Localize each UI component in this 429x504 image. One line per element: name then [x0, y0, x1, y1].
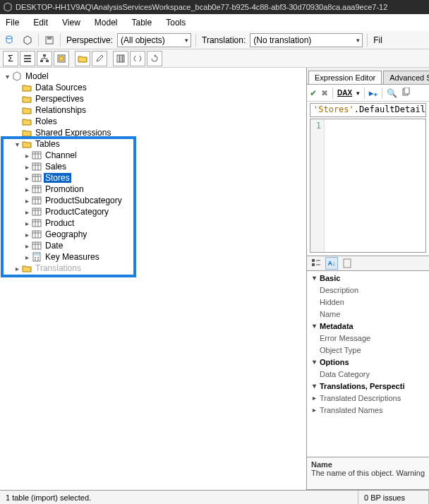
- collapse-icon[interactable]: ▾: [310, 322, 318, 330]
- expand-icon[interactable]: ▸: [310, 406, 318, 414]
- alphabetical-icon[interactable]: A↓: [325, 257, 338, 270]
- tree-translations-folder[interactable]: ▸ Translations: [1, 263, 305, 274]
- expand-icon[interactable]: [13, 95, 21, 103]
- svg-rect-10: [59, 56, 64, 61]
- tree-table-sales[interactable]: ▸Sales: [1, 161, 305, 172]
- expand-icon[interactable]: ▸: [23, 253, 31, 261]
- expression-header[interactable]: 'Stores'.DefaultDetail: [310, 103, 426, 117]
- tree-table-promotion[interactable]: ▸Promotion: [1, 184, 305, 195]
- expand-icon[interactable]: [13, 118, 21, 126]
- tree-table-key-measures[interactable]: ▸Key Measures: [1, 251, 305, 263]
- tree-model-root[interactable]: ▾ Model: [1, 71, 305, 82]
- expand-icon[interactable]: ▸: [310, 394, 318, 402]
- code-body[interactable]: [325, 119, 425, 252]
- list-icon[interactable]: [20, 51, 35, 66]
- tree-folder-roles[interactable]: Roles: [1, 116, 305, 127]
- expand-icon[interactable]: ▸: [13, 265, 21, 272]
- copy-icon[interactable]: [401, 88, 411, 99]
- tree-folder-sharedExpr[interactable]: Shared Expressions: [1, 127, 305, 138]
- refresh-icon[interactable]: [147, 51, 162, 66]
- prop-category-metadata[interactable]: ▾Metadata: [307, 320, 429, 332]
- deploy-icon[interactable]: [21, 34, 34, 47]
- prop-item-description[interactable]: Description: [307, 284, 429, 296]
- columns-icon[interactable]: [113, 51, 128, 66]
- tab-expression-editor[interactable]: Expression Editor: [308, 71, 382, 84]
- tree-folder-dataSources[interactable]: Data Sources: [1, 82, 305, 93]
- menu-tools[interactable]: Tools: [166, 18, 186, 28]
- expand-icon[interactable]: ▸: [23, 163, 31, 171]
- collapse-icon[interactable]: ▾: [310, 358, 318, 366]
- menu-file[interactable]: File: [6, 18, 19, 28]
- tree-table-stores[interactable]: ▸Stores: [1, 172, 305, 184]
- svg-rect-24: [34, 253, 40, 256]
- edit-icon[interactable]: [92, 51, 107, 66]
- prop-label: Description: [318, 286, 358, 294]
- partition-icon[interactable]: [54, 51, 69, 66]
- code-editor[interactable]: 1: [310, 119, 426, 253]
- save-icon[interactable]: [43, 34, 56, 47]
- prop-item-data-category[interactable]: Data Category: [307, 368, 429, 380]
- tree-table-productcategory[interactable]: ▸ProductCategory: [1, 206, 305, 217]
- tree-table-productsubcategory[interactable]: ▸ProductSubcategory: [1, 195, 305, 206]
- script-icon[interactable]: [130, 51, 145, 66]
- menu-table[interactable]: Table: [132, 18, 152, 28]
- expand-icon[interactable]: ▸: [23, 231, 31, 239]
- menu-view[interactable]: View: [62, 18, 80, 28]
- tree-folder-perspectives[interactable]: Perspectives: [1, 93, 305, 104]
- chevron-down-icon[interactable]: ▾: [356, 90, 360, 97]
- tree-table-date[interactable]: ▸Date: [1, 240, 305, 251]
- prop-item-error-message[interactable]: Error Message: [307, 332, 429, 344]
- hierarchy-icon[interactable]: [37, 51, 52, 66]
- add-icon[interactable]: ▸₊: [369, 88, 377, 98]
- dax-label[interactable]: DAX: [337, 89, 352, 97]
- expand-icon[interactable]: ▸: [23, 208, 31, 216]
- measure-icon[interactable]: Σ: [3, 51, 18, 66]
- expand-icon[interactable]: ▸: [23, 174, 31, 182]
- accept-icon[interactable]: ✔: [310, 88, 317, 98]
- collapse-icon[interactable]: ▾: [13, 140, 21, 148]
- expand-icon[interactable]: [13, 107, 21, 114]
- expand-icon[interactable]: [13, 129, 21, 137]
- prop-item-name[interactable]: Name: [307, 308, 429, 320]
- perspective-combo[interactable]: (All objects)▾: [117, 33, 191, 47]
- property-page-icon[interactable]: [341, 257, 354, 270]
- tab-advanced-scripting[interactable]: Advanced S: [383, 71, 429, 84]
- expand-icon[interactable]: ▸: [23, 197, 31, 205]
- collapse-icon[interactable]: ▾: [3, 73, 11, 80]
- translation-combo[interactable]: (No translation)▾: [250, 33, 363, 47]
- perspective-label: Perspective:: [66, 35, 113, 45]
- tree-label: Channel: [44, 150, 78, 160]
- folder-icon[interactable]: [75, 51, 90, 66]
- tree-table-channel[interactable]: ▸Channel: [1, 150, 305, 161]
- tree-folder-relationships[interactable]: Relationships: [1, 104, 305, 116]
- perspective-value: (All objects): [121, 35, 165, 45]
- tree-pane[interactable]: ▾ Model Data Sources Perspectives Relati…: [0, 68, 307, 490]
- collapse-icon[interactable]: ▾: [310, 274, 318, 282]
- collapse-icon[interactable]: ▾: [310, 382, 318, 390]
- separator: [367, 34, 368, 47]
- prop-category-translations-perspecti[interactable]: ▾Translations, Perspecti: [307, 380, 429, 392]
- expand-icon[interactable]: [13, 84, 21, 92]
- expand-icon[interactable]: ▸: [23, 220, 31, 227]
- categorized-icon[interactable]: [310, 257, 322, 270]
- prop-category-options[interactable]: ▾Options: [307, 356, 429, 368]
- tree-label: Tables: [34, 139, 61, 149]
- tree-table-product[interactable]: ▸Product: [1, 217, 305, 229]
- expand-icon[interactable]: ▸: [23, 242, 31, 250]
- expand-icon[interactable]: ▸: [23, 152, 31, 160]
- database-connect-icon[interactable]: [4, 34, 17, 47]
- tree-tables-folder[interactable]: ▾ Tables: [1, 138, 305, 150]
- prop-item-translated-names[interactable]: ▸Translated Names: [307, 404, 429, 416]
- prop-help-title: Name: [311, 460, 425, 469]
- cancel-icon[interactable]: ✖: [321, 88, 328, 98]
- prop-item-hidden[interactable]: Hidden: [307, 296, 429, 308]
- prop-item-object-type[interactable]: Object Type: [307, 344, 429, 356]
- prop-item-translated-descriptions[interactable]: ▸Translated Descriptions: [307, 392, 429, 404]
- menu-model[interactable]: Model: [95, 18, 118, 28]
- menu-edit[interactable]: Edit: [33, 18, 48, 28]
- properties-grid[interactable]: ▾BasicDescriptionHiddenName▾MetadataErro…: [307, 271, 429, 457]
- expand-icon[interactable]: ▸: [23, 186, 31, 193]
- prop-category-basic[interactable]: ▾Basic: [307, 272, 429, 284]
- search-icon[interactable]: 🔍: [387, 88, 397, 98]
- tree-table-geography[interactable]: ▸Geography: [1, 229, 305, 240]
